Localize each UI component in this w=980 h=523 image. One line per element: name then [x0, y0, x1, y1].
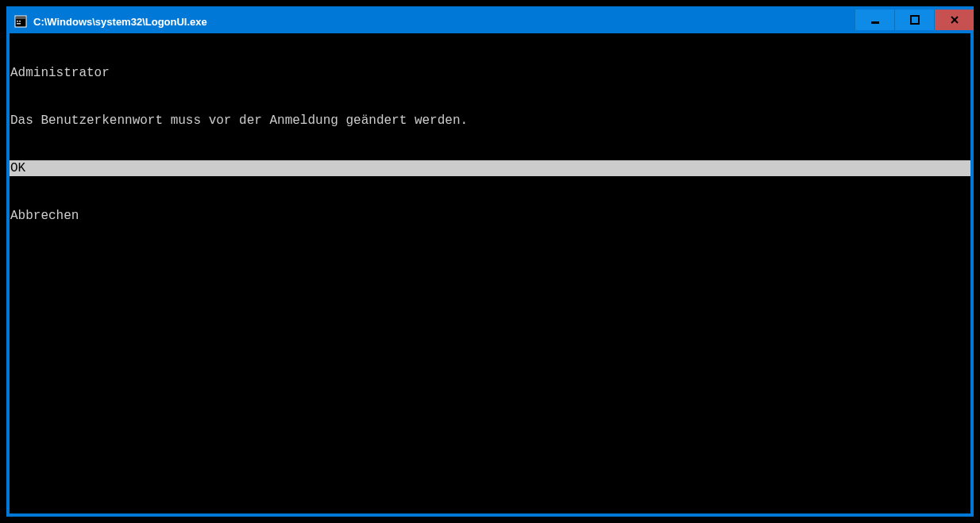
svg-rect-1 — [16, 17, 25, 19]
username-line: Administrator — [10, 65, 970, 81]
minimize-button[interactable] — [855, 10, 894, 30]
titlebar[interactable]: C:\Windows\system32\LogonUI.exe — [10, 10, 970, 33]
svg-rect-5 — [871, 21, 879, 24]
svg-rect-4 — [17, 23, 21, 25]
ok-option[interactable]: OK — [10, 160, 970, 176]
svg-rect-6 — [911, 16, 919, 24]
window-controls — [855, 10, 974, 30]
close-button[interactable] — [934, 10, 974, 30]
window-title: C:\Windows\system32\LogonUI.exe — [33, 16, 855, 28]
maximize-button[interactable] — [894, 10, 934, 30]
svg-rect-2 — [17, 21, 18, 22]
message-line: Das Benutzerkennwort muss vor der Anmeld… — [10, 113, 970, 129]
console-client-area: Administrator Das Benutzerkennwort muss … — [10, 33, 970, 513]
cancel-option[interactable]: Abbrechen — [10, 208, 970, 224]
svg-rect-3 — [19, 21, 21, 22]
console-window: C:\Windows\system32\LogonUI.exe Administ… — [6, 6, 974, 517]
app-icon — [14, 15, 27, 28]
